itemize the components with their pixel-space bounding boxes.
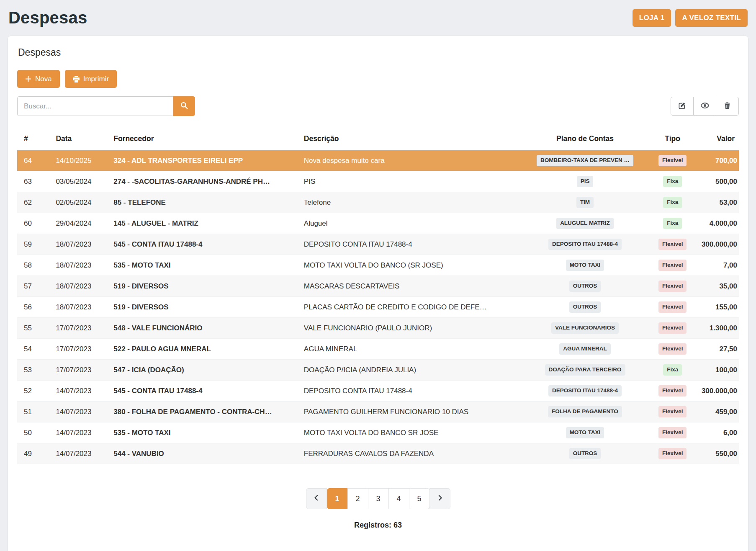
row-type-cell: Flexível: [648, 234, 697, 255]
table-row[interactable]: 57 18/07/2023 519 - DIVERSOS MASCARAS DE…: [17, 276, 739, 297]
table-row[interactable]: 50 14/07/2023 535 - MOTO TAXI MOTO TAXI …: [17, 422, 739, 443]
row-value: 4.000,00: [697, 213, 739, 234]
row-description: Aluguel: [300, 213, 522, 234]
row-description: PIS: [300, 171, 522, 192]
row-date: 17/07/2023: [51, 318, 109, 339]
row-supplier: 274 - -SACOLITAS-GARANHUNS-ANDRÉ PH…: [109, 171, 300, 192]
table-row[interactable]: 55 17/07/2023 548 - VALE FUNCIONÁRIO VAL…: [17, 318, 739, 339]
search-button[interactable]: [173, 96, 195, 116]
row-id: 51: [17, 402, 51, 422]
pagination-page-2[interactable]: 2: [347, 488, 368, 509]
row-date: 18/07/2023: [51, 297, 109, 318]
row-value: 700,00: [697, 150, 739, 171]
row-id: 54: [17, 339, 51, 360]
row-account-cell: BOMBEIRO-TAXA DE PREVEN …: [522, 150, 648, 171]
table-row[interactable]: 51 14/07/2023 380 - FOLHA DE PAGAMENTO -…: [17, 402, 739, 422]
print-button[interactable]: Imprimir: [65, 70, 117, 88]
store-button[interactable]: LOJA 1: [633, 9, 671, 27]
table-row[interactable]: 58 18/07/2023 535 - MOTO TAXI MOTO TAXI …: [17, 255, 739, 276]
expenses-card: Despesas Nova Imprimir: [8, 36, 748, 551]
account-badge: DEPOSITO ITAU 17488-4: [548, 385, 622, 396]
row-id: 52: [17, 381, 51, 402]
actions-row: Nova Imprimir: [17, 70, 739, 88]
row-id: 64: [17, 150, 51, 171]
table-row[interactable]: 54 17/07/2023 522 - PAULO AGUA MNERAL AG…: [17, 339, 739, 360]
search-input[interactable]: [17, 96, 173, 116]
row-supplier: 519 - DIVERSOS: [109, 276, 300, 297]
table-row[interactable]: 62 02/05/2024 85 - TELEFONE Telefone TIM…: [17, 192, 739, 213]
company-button[interactable]: A VELOZ TEXTIL: [675, 9, 748, 27]
page-title: Despesas: [8, 8, 87, 27]
new-expense-button[interactable]: Nova: [17, 70, 60, 88]
column-header-date: Data: [51, 129, 109, 150]
type-badge: Flexível: [658, 260, 687, 270]
row-account-cell: AGUA MINERAL: [522, 339, 648, 360]
pagination-page-4[interactable]: 4: [388, 488, 409, 509]
row-date: 18/07/2023: [51, 255, 109, 276]
row-description: DEPOSITO CONTA ITAU 17488-4: [300, 234, 522, 255]
row-type-cell: Flexível: [648, 402, 697, 422]
eye-icon: [701, 101, 709, 111]
pagination-page-5[interactable]: 5: [409, 488, 430, 509]
type-badge: Flexível: [658, 448, 687, 459]
table-row[interactable]: 64 14/10/2025 324 - ADL TRANSPORTES EIRE…: [17, 150, 739, 171]
pagination-page-3[interactable]: 3: [368, 488, 389, 509]
row-date: 17/07/2023: [51, 339, 109, 360]
pagination-page-1[interactable]: 1: [327, 488, 348, 509]
table-row[interactable]: 49 14/07/2023 544 - VANUBIO FERRADURAS C…: [17, 443, 739, 464]
delete-button[interactable]: [716, 97, 739, 116]
row-value: 100,00: [697, 360, 739, 381]
row-type-cell: Fixa: [648, 192, 697, 213]
table-row[interactable]: 53 17/07/2023 547 - ICIA (DOAÇÃO) DOAÇÃO…: [17, 360, 739, 381]
pagination: 12345: [17, 488, 739, 509]
account-badge: TIM: [576, 197, 594, 208]
account-badge: FOLHA DE PAGAMENTO: [548, 406, 622, 417]
row-date: 14/07/2023: [51, 402, 109, 422]
row-account-cell: OUTROS: [522, 443, 648, 464]
column-header-supplier: Fornecedor: [109, 129, 300, 150]
type-badge: Flexível: [658, 427, 687, 438]
type-badge: Flexível: [658, 322, 687, 333]
topbar-buttons: LOJA 1 A VELOZ TEXTIL: [633, 9, 748, 27]
account-badge: DEPOSITO ITAU 17488-4: [548, 239, 622, 250]
account-badge: DOAÇÃO PARA TERCEIRO: [545, 364, 625, 375]
row-tools: [671, 97, 739, 116]
column-header-value: Valor: [697, 129, 739, 150]
type-badge: Flexível: [658, 385, 687, 396]
expenses-page: Despesas LOJA 1 A VELOZ TEXTIL Despesas …: [0, 0, 756, 551]
table-row[interactable]: 59 18/07/2023 545 - CONTA ITAU 17488-4 D…: [17, 234, 739, 255]
account-badge: OUTROS: [569, 448, 601, 459]
row-account-cell: ALUGUEL MATRIZ: [522, 213, 648, 234]
row-supplier: 547 - ICIA (DOAÇÃO): [109, 360, 300, 381]
account-badge: PIS: [577, 176, 594, 187]
type-badge: Flexível: [658, 155, 687, 166]
pagination-next[interactable]: [429, 488, 450, 509]
table-row[interactable]: 56 18/07/2023 519 - DIVERSOS PLACAS CART…: [17, 297, 739, 318]
row-type-cell: Flexível: [648, 339, 697, 360]
edit-button[interactable]: [671, 97, 694, 116]
row-date: 14/07/2023: [51, 381, 109, 402]
row-id: 59: [17, 234, 51, 255]
account-badge: OUTROS: [569, 281, 601, 291]
column-header-account: Plano de Contas: [522, 129, 648, 150]
table-row[interactable]: 63 03/05/2024 274 - -SACOLITAS-GARANHUNS…: [17, 171, 739, 192]
row-type-cell: Fixa: [648, 171, 697, 192]
table-row[interactable]: 60 29/04/2024 145 - ALUGUEL - MATRIZ Alu…: [17, 213, 739, 234]
row-value: 35,00: [697, 276, 739, 297]
row-value: 53,00: [697, 192, 739, 213]
pagination-prev[interactable]: [306, 488, 327, 509]
table-row[interactable]: 52 14/07/2023 545 - CONTA ITAU 17488-4 D…: [17, 381, 739, 402]
view-button[interactable]: [693, 97, 716, 116]
row-date: 14/10/2025: [51, 150, 109, 171]
row-value: 155,00: [697, 297, 739, 318]
row-supplier: 535 - MOTO TAXI: [109, 422, 300, 443]
row-description: VALE FUNCIONARIO (PAULO JUNIOR): [300, 318, 522, 339]
type-badge: Flexível: [658, 239, 687, 250]
row-id: 63: [17, 171, 51, 192]
account-badge: MOTO TAXI: [566, 427, 604, 438]
row-value: 500,00: [697, 171, 739, 192]
row-value: 7,00: [697, 255, 739, 276]
type-badge: Flexível: [658, 281, 687, 291]
row-description: MOTO TAXI VOLTA DO BANCO SR JOSE: [300, 422, 522, 443]
printer-icon: [73, 76, 80, 82]
